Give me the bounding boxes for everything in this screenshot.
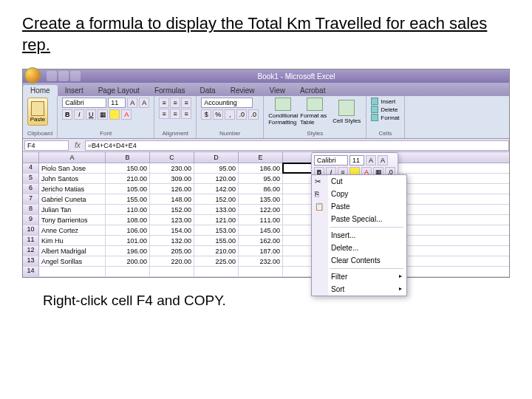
cell[interactable]: 108.00: [106, 215, 150, 225]
tab-formulas[interactable]: Formulas: [147, 85, 193, 96]
cell[interactable]: 142.00: [194, 184, 239, 194]
cell[interactable]: 132.00: [150, 236, 194, 245]
cell[interactable]: 220.00: [150, 256, 194, 266]
cell[interactable]: Anne Cortez: [39, 225, 106, 235]
cell[interactable]: Julian Tan: [39, 205, 106, 214]
cell[interactable]: [106, 267, 150, 276]
mini-shrink-icon[interactable]: A: [378, 155, 388, 166]
tab-home[interactable]: Home: [23, 85, 58, 96]
cell[interactable]: Kim Hu: [39, 236, 106, 245]
number-format-combo[interactable]: Accounting: [201, 98, 253, 108]
cell[interactable]: Tony Barrientos: [39, 215, 106, 225]
cell[interactable]: 186.00: [239, 163, 283, 173]
cell[interactable]: 210.00: [194, 246, 239, 256]
align-top-icon[interactable]: ≡: [159, 98, 169, 108]
cell[interactable]: 150.00: [106, 163, 150, 173]
cell[interactable]: John Santos: [39, 174, 106, 183]
align-center-icon[interactable]: ≡: [170, 109, 180, 119]
cell[interactable]: 120.00: [194, 174, 239, 183]
decrease-decimal-icon[interactable]: .0: [248, 109, 259, 120]
save-icon[interactable]: [47, 71, 57, 81]
cell[interactable]: 153.00: [194, 225, 239, 235]
cell-styles-button[interactable]: Cell Styles: [332, 98, 361, 126]
format-cells-button[interactable]: Format: [371, 114, 399, 121]
cell[interactable]: 123.00: [150, 215, 194, 225]
undo-icon[interactable]: [58, 71, 69, 81]
cell[interactable]: 152.00: [194, 194, 239, 204]
row-header[interactable]: 12: [23, 246, 39, 256]
col-header-d[interactable]: D: [194, 152, 239, 163]
cell[interactable]: 225.00: [194, 256, 239, 266]
row-header[interactable]: 14: [23, 267, 39, 276]
cell[interactable]: Jericho Matias: [39, 184, 106, 194]
office-button[interactable]: [24, 67, 41, 83]
select-all-corner[interactable]: [23, 152, 39, 163]
cell[interactable]: 95.00: [194, 163, 239, 173]
menu-filter[interactable]: Filter▸: [312, 270, 406, 283]
bold-button[interactable]: B: [62, 109, 72, 120]
delete-cells-button[interactable]: Delete: [371, 106, 399, 113]
cell[interactable]: 309.00: [150, 174, 194, 183]
grow-font-icon[interactable]: A: [127, 98, 137, 108]
comma-icon[interactable]: ,: [225, 109, 235, 120]
tab-acrobat[interactable]: Acrobat: [293, 85, 332, 96]
row-header[interactable]: 4: [23, 163, 39, 173]
cell[interactable]: 162.00: [239, 236, 283, 245]
row-header[interactable]: 9: [23, 215, 39, 225]
cell[interactable]: 210.00: [106, 174, 150, 183]
name-box[interactable]: F4: [24, 140, 69, 151]
fx-icon[interactable]: fx: [70, 141, 85, 149]
cell[interactable]: 95.00: [239, 174, 283, 183]
cell[interactable]: 148.00: [150, 194, 194, 204]
cell[interactable]: 154.00: [150, 225, 194, 235]
conditional-formatting-button[interactable]: Conditional Formatting: [268, 98, 298, 126]
tab-review[interactable]: Review: [223, 85, 262, 96]
cell[interactable]: 155.00: [194, 236, 239, 245]
formula-input[interactable]: =B4+C4+D4+E4: [85, 140, 509, 151]
cell[interactable]: 145.00: [239, 225, 283, 235]
mini-size-combo[interactable]: 11: [349, 155, 364, 166]
menu-cut[interactable]: ✂Cut: [312, 175, 406, 188]
row-header[interactable]: 13: [23, 256, 39, 266]
cell[interactable]: Angel Sorillas: [39, 256, 106, 266]
row-header[interactable]: 6: [23, 184, 39, 194]
italic-button[interactable]: I: [74, 109, 84, 120]
border-button[interactable]: ▦: [98, 109, 108, 120]
cell[interactable]: [239, 267, 283, 276]
cell[interactable]: 126.00: [150, 184, 194, 194]
menu-clear[interactable]: Clear Contents: [312, 254, 406, 267]
cell[interactable]: 200.00: [106, 256, 150, 266]
format-as-table-button[interactable]: Format as Table: [300, 98, 330, 126]
tab-insert[interactable]: Insert: [58, 85, 91, 96]
cell[interactable]: 133.00: [194, 205, 239, 214]
mini-font-combo[interactable]: Calibri: [314, 155, 348, 166]
align-right-icon[interactable]: ≡: [181, 109, 191, 119]
cell[interactable]: Piolo San Jose: [39, 163, 106, 173]
cell[interactable]: 152.00: [150, 205, 194, 214]
align-middle-icon[interactable]: ≡: [170, 98, 180, 108]
col-header-c[interactable]: C: [150, 152, 194, 163]
tab-view[interactable]: View: [262, 85, 293, 96]
currency-icon[interactable]: $: [201, 109, 211, 120]
cell[interactable]: [194, 267, 239, 276]
cell[interactable]: 205.00: [150, 246, 194, 256]
cell[interactable]: Albert Madrigal: [39, 246, 106, 256]
cell[interactable]: 155.00: [106, 194, 150, 204]
row-header[interactable]: 5: [23, 174, 39, 183]
menu-sort[interactable]: Sort▸: [312, 283, 406, 296]
percent-icon[interactable]: %: [213, 109, 223, 120]
underline-button[interactable]: U: [86, 109, 96, 120]
fill-color-button[interactable]: [109, 109, 120, 120]
cell[interactable]: 135.00: [239, 194, 283, 204]
cell[interactable]: 106.00: [106, 225, 150, 235]
menu-delete[interactable]: Delete...: [312, 242, 406, 254]
col-header-b[interactable]: B: [106, 152, 150, 163]
cell[interactable]: 86.00: [239, 184, 283, 194]
font-size-combo[interactable]: 11: [108, 98, 126, 108]
menu-copy[interactable]: ⎘Copy: [312, 188, 406, 200]
menu-paste-special[interactable]: Paste Special...: [312, 213, 406, 225]
tab-page-layout[interactable]: Page Layout: [91, 85, 147, 96]
cell[interactable]: 101.00: [106, 236, 150, 245]
menu-paste[interactable]: 📋Paste: [312, 200, 406, 213]
shrink-font-icon[interactable]: A: [139, 98, 149, 108]
